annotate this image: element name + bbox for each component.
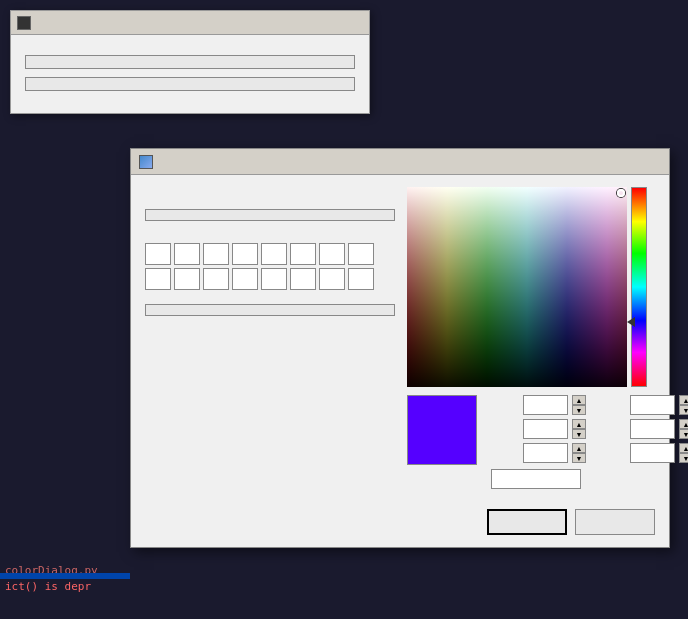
custom-swatch[interactable] (203, 243, 229, 265)
blue-input[interactable] (630, 443, 675, 463)
red-spin-buttons: ▲ ▼ (679, 395, 688, 415)
val-input-row: ▲ ▼ (487, 443, 586, 463)
color-right-panel: ▲ ▼ ▲ ▼ (407, 187, 688, 489)
hue-spin-down[interactable]: ▼ (572, 405, 586, 415)
custom-swatch[interactable] (261, 268, 287, 290)
python-body (11, 35, 369, 113)
red-spin-down[interactable]: ▼ (679, 405, 688, 415)
hue-spin-up[interactable]: ▲ (572, 395, 586, 405)
sat-input[interactable] (523, 419, 568, 439)
hue-spin-buttons: ▲ ▼ (572, 395, 586, 415)
color-dialog-footer (131, 501, 669, 547)
custom-swatch[interactable] (145, 243, 171, 265)
color-dialog: ▲ ▼ ▲ ▼ (130, 148, 670, 548)
color-dialog-close-button[interactable] (643, 153, 661, 171)
python-icon (17, 16, 31, 30)
val-spin-buttons: ▲ ▼ (572, 443, 586, 463)
python-help-button[interactable] (327, 16, 343, 30)
color-gradient-area (407, 187, 688, 387)
custom-swatch[interactable] (290, 268, 316, 290)
python-title-left (17, 16, 35, 30)
terminal-decoration (0, 573, 130, 579)
sat-input-row: ▲ ▼ (487, 419, 586, 439)
cancel-button[interactable] (575, 509, 655, 535)
val-spin-up[interactable]: ▲ (572, 443, 586, 453)
ok-button[interactable] (487, 509, 567, 535)
inputs-two-col: ▲ ▼ ▲ ▼ (487, 395, 688, 463)
selected-color-preview (407, 395, 477, 465)
custom-swatch[interactable] (319, 268, 345, 290)
python-window (10, 10, 370, 114)
blue-spin-down[interactable]: ▼ (679, 453, 688, 463)
red-spin-up[interactable]: ▲ (679, 395, 688, 405)
custom-swatch[interactable] (232, 268, 258, 290)
pick-screen-color-button[interactable] (145, 209, 395, 221)
add-to-custom-colors-button[interactable] (145, 304, 395, 316)
hue-bar[interactable] (631, 187, 647, 387)
color-inputs: ▲ ▼ ▲ ▼ (487, 395, 688, 489)
python-title-controls (327, 16, 363, 30)
custom-swatch[interactable] (261, 243, 287, 265)
green-spin-down[interactable]: ▼ (679, 429, 688, 439)
python-titlebar (11, 11, 369, 35)
custom-swatch[interactable] (319, 243, 345, 265)
bg-color-button[interactable] (25, 77, 355, 91)
custom-swatch[interactable] (174, 268, 200, 290)
custom-colors-grid (145, 243, 395, 290)
custom-swatch[interactable] (348, 243, 374, 265)
custom-swatch[interactable] (232, 243, 258, 265)
val-input[interactable] (523, 443, 568, 463)
green-spin-buttons: ▲ ▼ (679, 419, 688, 439)
blue-spin-up[interactable]: ▲ (679, 443, 688, 453)
red-input[interactable] (630, 395, 675, 415)
html-input-row (487, 469, 688, 489)
color-dialog-icon (139, 155, 153, 169)
green-spin-up[interactable]: ▲ (679, 419, 688, 429)
custom-swatch[interactable] (348, 268, 374, 290)
custom-swatch[interactable] (145, 268, 171, 290)
blue-input-row: ▲ ▼ (594, 443, 688, 463)
color-dialog-titlebar (131, 149, 669, 175)
hue-bar-container (631, 187, 647, 387)
terminal-line2: ict() is depr (5, 579, 125, 594)
color-dialog-title-left (139, 155, 159, 169)
hue-indicator (627, 317, 635, 327)
green-input[interactable] (630, 419, 675, 439)
hue-input-row: ▲ ▼ (487, 395, 586, 415)
html-input[interactable] (491, 469, 581, 489)
sat-spin-down[interactable]: ▼ (572, 429, 586, 439)
black-overlay (407, 187, 627, 387)
custom-swatch[interactable] (203, 268, 229, 290)
color-dialog-body: ▲ ▼ ▲ ▼ (131, 175, 669, 501)
font-color-button[interactable] (25, 55, 355, 69)
custom-swatch[interactable] (174, 243, 200, 265)
green-input-row: ▲ ▼ (594, 419, 688, 439)
hsv-gradient-picker[interactable] (407, 187, 627, 387)
sat-spin-up[interactable]: ▲ (572, 419, 586, 429)
color-left-panel (145, 187, 395, 489)
custom-swatch[interactable] (290, 243, 316, 265)
red-input-row: ▲ ▼ (594, 395, 688, 415)
color-controls-row: ▲ ▼ ▲ ▼ (407, 395, 688, 489)
python-close-button[interactable] (347, 16, 363, 30)
picker-marker (617, 189, 625, 197)
hue-input[interactable] (523, 395, 568, 415)
sat-spin-buttons: ▲ ▼ (572, 419, 586, 439)
val-spin-down[interactable]: ▼ (572, 453, 586, 463)
blue-spin-buttons: ▲ ▼ (679, 443, 688, 463)
